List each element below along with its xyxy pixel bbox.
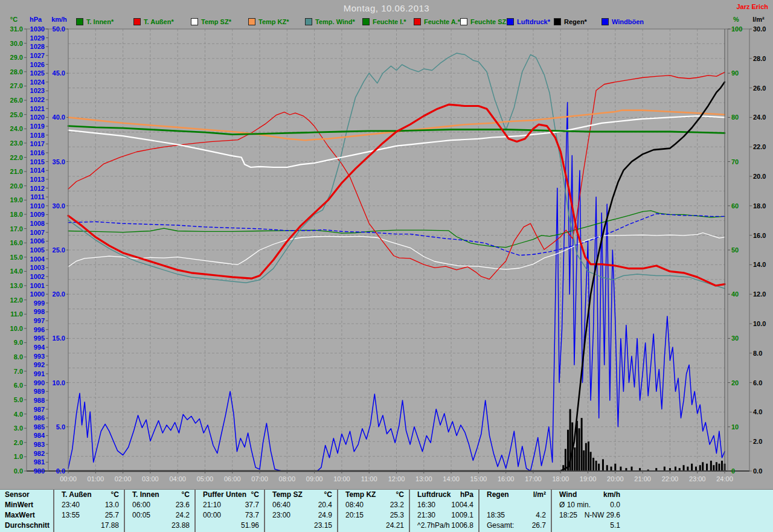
axis-tick-label: 22.0 <box>10 154 23 161</box>
axis-tick-label: 22.0 <box>753 143 766 150</box>
axis-tick-label: 1030 <box>30 25 45 33</box>
rain-bar <box>595 461 597 471</box>
table-cell: Regen <box>487 490 509 500</box>
axis-tick-label: 26.0 <box>753 85 766 92</box>
axis-tick-label: 20.0 <box>53 290 65 298</box>
table-cell: T. Außen <box>62 490 92 500</box>
axis-tick-label: 30.0 <box>10 40 23 47</box>
axis-tick-label: 1017 <box>30 140 45 147</box>
axis-tick-label: 995 <box>34 335 45 342</box>
table-cell: °C <box>251 490 259 500</box>
table-cell: Puffer Unten <box>203 490 246 500</box>
rain-bar <box>691 464 693 471</box>
axis-tick-label: 10.0 <box>753 320 766 327</box>
axis-tick-label: 12.0 <box>753 290 766 298</box>
rain-bar <box>713 465 714 471</box>
axis-tick-label: 989 <box>34 388 45 395</box>
table-cell: 24.21 <box>386 521 404 531</box>
time-tick-label: 15:00 <box>470 475 487 482</box>
table-cell: 20.4 <box>318 500 332 510</box>
table-row-label: Durchschnitt <box>5 521 50 531</box>
table-cell: 06:00 <box>132 500 150 510</box>
axis-tick-label: 19.0 <box>10 196 23 204</box>
axis-tick-label: 986 <box>34 414 45 421</box>
rain-bar <box>716 462 717 471</box>
time-tick-label: 16:00 <box>498 475 515 482</box>
axis-tick-label: 70 <box>731 158 739 165</box>
table-cell: °C <box>324 490 332 500</box>
axis-tick-label: 1018 <box>30 132 45 139</box>
axis-tick-label: 4.0 <box>753 408 762 415</box>
rain-bar <box>614 464 616 471</box>
time-tick-label: 10:00 <box>333 475 350 482</box>
axis-tick-label: 993 <box>34 353 45 360</box>
axis-tick-label: 13.0 <box>10 282 23 289</box>
axis-tick-label: 28.0 <box>753 55 766 62</box>
axis-tick-label: 0.0 <box>56 467 65 475</box>
axis-tick-label: 17.0 <box>10 225 23 232</box>
axis-tick-label: 983 <box>34 441 45 448</box>
axis-tick-label: 6.0 <box>14 382 23 389</box>
table-cell: l/m² <box>533 490 546 500</box>
axis-tick-label: 1009 <box>30 211 45 218</box>
table-cell: 24.9 <box>318 510 332 521</box>
table-cell: 23:40 <box>62 500 80 510</box>
time-tick-label: 12:00 <box>388 475 405 482</box>
axis-tick-label: 11.0 <box>10 310 23 318</box>
axis-percent: 1009080706050403020100 <box>728 25 742 475</box>
rain-bar <box>611 467 612 471</box>
axis-tick-label: 35.0 <box>53 158 65 165</box>
axis-tick-label: 1020 <box>30 114 45 121</box>
axis-tick-label: 1028 <box>30 43 45 50</box>
table-cell: 13:55 <box>62 510 80 521</box>
axis-tick-label: 0 <box>731 467 735 475</box>
time-tick-label: 00:00 <box>60 475 77 482</box>
axis-tick-label: 60 <box>731 202 739 210</box>
table-cell: °C <box>111 490 119 500</box>
table-cell: Wind <box>559 490 577 500</box>
table-column-regen: Regenl/m²18:354.2Gesamt:26.7 <box>478 490 551 532</box>
time-tick-label: 14:00 <box>443 475 460 482</box>
axis-tick-label: 30.0 <box>53 202 65 210</box>
axis-tick-label: 16.0 <box>10 239 23 246</box>
time-tick-label: 23:00 <box>689 475 706 482</box>
axis-tick-label: 7.0 <box>14 368 23 375</box>
axis-tick-label: 30.0 <box>753 25 766 33</box>
axis-tick-label: 985 <box>34 423 45 431</box>
axis-tick-label: 31.0 <box>10 25 23 33</box>
rain-bar <box>606 465 608 471</box>
axis-tick-label: 1016 <box>30 149 45 156</box>
axis-tick-label: 0.0 <box>753 467 762 475</box>
axis-tick-label: 1029 <box>30 34 45 42</box>
axis-tick-label: 1022 <box>30 96 45 103</box>
axis-tick-label: 3.0 <box>14 425 23 432</box>
time-tick-label: 24:00 <box>716 475 733 482</box>
time-tick-label: 09:00 <box>306 475 323 482</box>
time-tick-label: 18:00 <box>552 475 569 482</box>
rain-bar <box>710 461 712 471</box>
axis-tick-label: 8.0 <box>753 350 762 357</box>
table-cell: 23.15 <box>314 521 332 531</box>
axis-tick-label: 1005 <box>30 246 45 254</box>
rain-bar <box>675 467 676 471</box>
axis-tick-label: 1010 <box>30 202 45 210</box>
axis-tick-label: 981 <box>34 458 45 466</box>
table-cell: 1009.1 <box>451 510 473 521</box>
table-cell: 08:40 <box>345 500 364 510</box>
table-cell: 00:05 <box>132 510 150 521</box>
axis-tick-label: 1014 <box>30 167 45 174</box>
table-cell: 5.1 <box>610 521 620 531</box>
table-cell: 06:40 <box>272 500 290 510</box>
rain-bar <box>598 464 600 471</box>
table-cell: 23.2 <box>390 500 404 510</box>
table-row-label: MaxWert <box>5 510 35 521</box>
axis-tick-label: 987 <box>34 406 45 413</box>
axis-tick-label: 1001 <box>30 282 45 289</box>
axis-tick-label: 27.0 <box>10 82 23 89</box>
time-tick-label: 17:00 <box>525 475 542 482</box>
time-tick-label: 02:00 <box>115 475 132 482</box>
table-cell: °C <box>396 490 404 500</box>
axis-tick-label: 20.0 <box>10 182 23 190</box>
axis-temp_c: 31.030.029.028.027.026.025.024.023.022.0… <box>10 25 27 475</box>
rain-bar <box>574 447 576 471</box>
